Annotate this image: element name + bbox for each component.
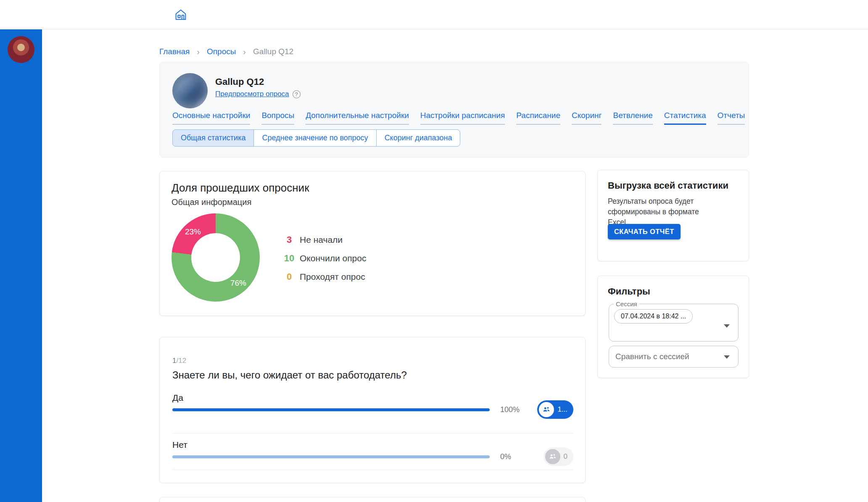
legend-value: 3 <box>281 234 298 245</box>
export-card-description: Результаты опроса будет сформированы в ф… <box>608 196 713 228</box>
completion-card-title: Доля прошедших опросник <box>171 181 309 194</box>
survey-tabs: Основные настройки Вопросы Дополнительны… <box>172 111 745 125</box>
breadcrumb-home[interactable]: Главная <box>159 47 190 56</box>
legend-row-not-started: 3 Не начали <box>281 234 366 245</box>
tab-additional-settings[interactable]: Дополнительные настройки <box>306 111 409 125</box>
next-question-card <box>159 497 586 502</box>
respondents-chip[interactable]: 0 <box>543 447 573 466</box>
people-icon <box>539 402 554 417</box>
answer-divider <box>172 470 573 470</box>
download-report-button[interactable]: СКАЧАТЬ ОТЧЁТ <box>608 224 681 239</box>
session-value-chip[interactable]: 07.04.2024 в 18:42 ... <box>614 309 693 323</box>
home-icon[interactable] <box>174 8 187 21</box>
dropdown-arrow-icon[interactable] <box>724 355 730 359</box>
question-stats-card: 1/12 Знаете ли вы, чего ожидает от вас р… <box>159 337 586 483</box>
subtab-average-per-question[interactable]: Среднее значение по вопросу <box>253 129 376 147</box>
answer-percent: 0% <box>500 452 525 461</box>
donut-slice-label-not-started: 23% <box>185 227 201 237</box>
session-field-label: Сессия <box>614 300 639 308</box>
breadcrumb-surveys[interactable]: Опросы <box>207 47 236 56</box>
answer-row-yes: 100% 1... <box>172 400 573 419</box>
question-title: Знаете ли вы, чего ожидает от вас работо… <box>172 369 407 381</box>
tab-questions[interactable]: Вопросы <box>261 111 294 125</box>
completion-card-subtitle: Общая информация <box>171 197 251 207</box>
legend-label: Окончили опрос <box>300 253 366 263</box>
answer-bar-fill <box>172 408 490 411</box>
legend-value: 0 <box>281 271 298 282</box>
survey-header-card: Gallup Q12 Предпросмотр опроса ? Основны… <box>159 62 749 158</box>
donut-chart-wrap: 23% 76% <box>171 213 260 302</box>
legend-value: 10 <box>281 253 298 264</box>
completion-stats-card: Доля прошедших опросник Общая информация… <box>159 171 586 316</box>
legend-row-finished: 10 Окончили опрос <box>281 253 366 264</box>
filters-card-title: Фильтры <box>608 286 650 297</box>
subtab-scoring-range[interactable]: Скоринг диапазона <box>376 129 461 147</box>
answer-bar-track <box>172 408 490 411</box>
statistics-subtabs: Общая статистика Среднее значение по воп… <box>172 129 460 147</box>
respondents-chip[interactable]: 1... <box>537 400 573 419</box>
tab-basic-settings[interactable]: Основные настройки <box>172 111 250 125</box>
tab-scoring[interactable]: Скоринг <box>572 111 602 125</box>
help-icon[interactable]: ? <box>293 90 301 98</box>
donut-hole <box>191 233 240 282</box>
answer-bar-track <box>172 455 490 458</box>
answer-divider <box>172 433 573 434</box>
survey-title: Gallup Q12 <box>215 76 264 87</box>
preview-survey-link[interactable]: Предпросмотр опроса <box>215 90 289 98</box>
donut-legend: 3 Не начали 10 Окончили опрос 0 Проходят… <box>281 234 366 290</box>
subtab-general-statistics[interactable]: Общая статистика <box>172 129 254 147</box>
top-bar <box>0 0 868 29</box>
tab-schedule-settings[interactable]: Настройки расписания <box>420 111 505 125</box>
question-index: 1/12 <box>172 357 186 365</box>
compare-session-placeholder: Сравнить с сессией <box>615 352 689 361</box>
question-total: /12 <box>176 357 186 365</box>
breadcrumb: Главная › Опросы › Gallup Q12 <box>159 47 293 56</box>
export-card: Выгрузка всей статистики Результаты опро… <box>597 170 749 261</box>
answer-percent: 100% <box>500 405 525 414</box>
compare-session-select[interactable]: Сравнить с сессией <box>609 346 739 368</box>
respondents-count: 1... <box>557 405 567 414</box>
user-avatar[interactable] <box>8 36 34 63</box>
chevron-right-icon: › <box>197 47 200 56</box>
left-sidebar <box>0 29 42 502</box>
people-icon <box>545 449 560 464</box>
chevron-right-icon: › <box>243 47 246 56</box>
respondents-count: 0 <box>564 452 567 461</box>
tab-schedule[interactable]: Расписание <box>516 111 560 125</box>
legend-label: Проходят опрос <box>300 272 365 282</box>
tab-reports[interactable]: Отчеты <box>718 111 745 125</box>
tab-branching[interactable]: Ветвление <box>613 111 652 125</box>
export-card-title: Выгрузка всей статистики <box>608 180 728 191</box>
survey-logo <box>172 73 208 108</box>
answer-row-no: 0% 0 <box>172 447 573 466</box>
tab-statistics[interactable]: Статистика <box>664 111 706 125</box>
breadcrumb-current: Gallup Q12 <box>253 47 293 56</box>
session-select[interactable]: Сессия 07.04.2024 в 18:42 ... <box>609 304 739 342</box>
filters-card: Фильтры Сессия 07.04.2024 в 18:42 ... Ср… <box>597 276 749 378</box>
legend-label: Не начали <box>300 235 343 245</box>
legend-row-in-progress: 0 Проходят опрос <box>281 271 366 282</box>
dropdown-arrow-icon[interactable] <box>724 324 730 328</box>
main-content: Главная › Опросы › Gallup Q12 Gallup Q12… <box>42 29 868 502</box>
donut-slice-label-finished: 76% <box>230 279 246 288</box>
